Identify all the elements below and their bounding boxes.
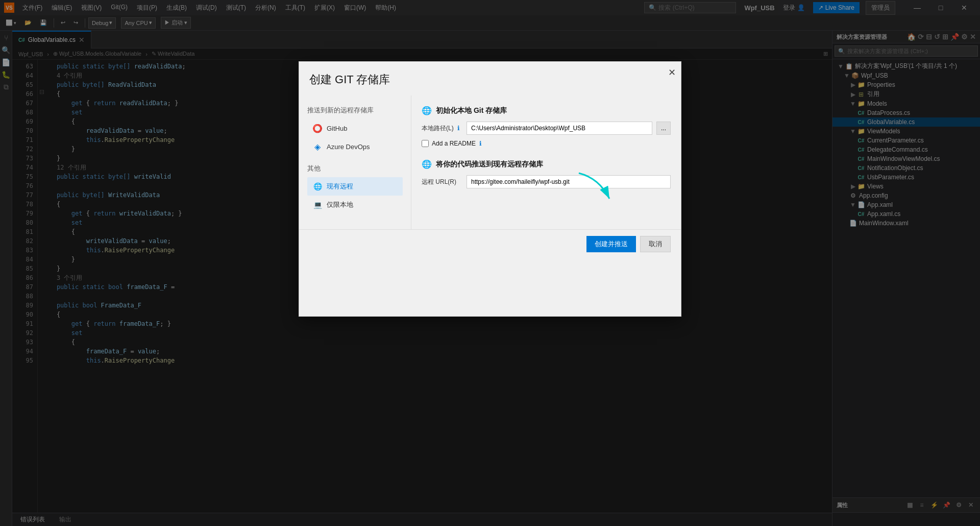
modal-header: 创建 GIT 存储库 — [299, 62, 681, 87]
local-path-info-icon: ℹ — [457, 125, 460, 132]
init-git-section: 🌐 初始化本地 Git 存储库 本地路径(L) ℹ ... — [422, 106, 671, 147]
init-globe-icon: 🌐 — [422, 106, 432, 115]
init-section-title: 🌐 初始化本地 Git 存储库 — [422, 106, 671, 115]
remote-url-label: 远程 URL(R) — [422, 178, 462, 186]
modal-actions: 创建并推送 取消 — [299, 229, 681, 258]
modal-right-panel: 🌐 初始化本地 Git 存储库 本地路径(L) ℹ ... — [411, 95, 681, 229]
remote-url-row: 远程 URL(R) — [422, 175, 671, 188]
arrow-annotation-svg — [569, 168, 630, 209]
modal-body: 推送到新的远程存储库 ⭕ GitHub ◈ Azure DevOps 其他 🌐 … — [299, 95, 681, 229]
readme-info-icon: ℹ — [479, 140, 482, 147]
other-section-label: 其他 — [307, 164, 403, 173]
add-readme-row: Add a README ℹ — [422, 140, 671, 147]
modal-close-button[interactable]: ✕ — [668, 67, 676, 78]
existing-remote-label: 现有远程 — [327, 182, 353, 191]
send-section-title: 🌐 将你的代码推送到现有远程存储库 — [422, 159, 671, 169]
local-path-input[interactable] — [467, 122, 652, 135]
local-path-label: 本地路径(L) ℹ — [422, 124, 462, 133]
init-title-text: 初始化本地 Git 存储库 — [436, 106, 507, 115]
azure-label: Azure DevOps — [327, 143, 370, 151]
send-to-remote-section: 🌐 将你的代码推送到现有远程存储库 远程 URL(R) — [422, 159, 671, 188]
local-only-label: 仅限本地 — [327, 200, 353, 209]
git-create-modal: ✕ 创建 GIT 存储库 推送到新的远程存储库 ⭕ GitHub ◈ Azure… — [299, 61, 681, 317]
local-path-browse-button[interactable]: ... — [656, 122, 671, 135]
modal-title: 创建 GIT 存储库 — [309, 72, 671, 87]
create-push-button[interactable]: 创建并推送 — [586, 236, 636, 252]
github-icon: ⭕ — [312, 123, 323, 133]
azure-icon: ◈ — [312, 141, 323, 152]
existing-remote-icon: 🌐 — [312, 181, 323, 192]
github-label: GitHub — [327, 125, 347, 132]
add-readme-checkbox[interactable] — [422, 140, 429, 147]
local-only-menu-item[interactable]: 💻 仅限本地 — [307, 196, 403, 214]
cancel-button[interactable]: 取消 — [640, 236, 671, 252]
send-globe-icon: 🌐 — [422, 159, 432, 169]
existing-remote-menu-item[interactable]: 🌐 现有远程 — [307, 177, 403, 196]
add-readme-label: Add a README ℹ — [432, 140, 482, 147]
azure-menu-item[interactable]: ◈ Azure DevOps — [307, 137, 403, 156]
local-path-row: 本地路径(L) ℹ ... — [422, 122, 671, 135]
modal-overlay: ✕ 创建 GIT 存储库 推送到新的远程存储库 ⭕ GitHub ◈ Azure… — [0, 0, 980, 526]
push-section-label: 推送到新的远程存储库 — [307, 106, 403, 115]
github-menu-item[interactable]: ⭕ GitHub — [307, 119, 403, 137]
send-title-text: 将你的代码推送到现有远程存储库 — [436, 160, 543, 169]
local-only-icon: 💻 — [312, 200, 323, 210]
modal-left-panel: 推送到新的远程存储库 ⭕ GitHub ◈ Azure DevOps 其他 🌐 … — [299, 95, 411, 229]
